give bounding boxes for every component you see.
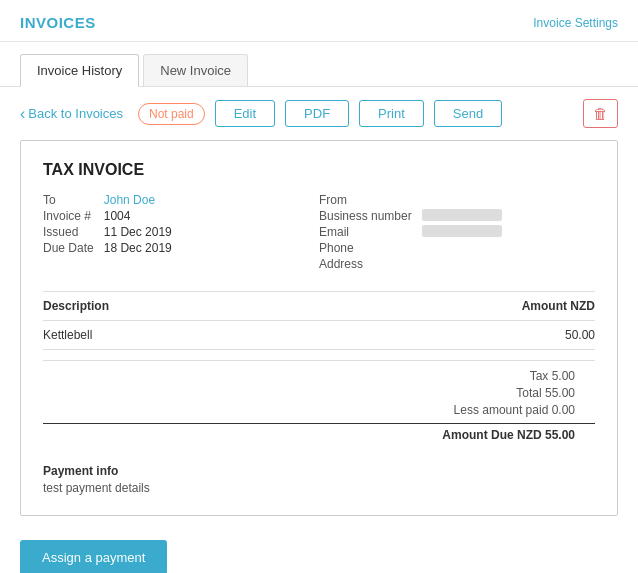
email-label: Email	[319, 225, 412, 239]
invoice-items-table: Description Amount NZD Kettlebell 50.00	[43, 291, 595, 350]
invoice-title: TAX INVOICE	[43, 161, 595, 179]
tax-row: Tax 5.00	[43, 369, 595, 383]
app-header: INVOICES Invoice Settings	[0, 0, 638, 42]
amount-due-row: Amount Due NZD 55.00	[43, 423, 595, 442]
invoice-meta-left: To John Doe Invoice # 1004 Issued 11 Dec…	[43, 193, 319, 271]
issued-value: 11 Dec 2019	[104, 225, 319, 239]
tab-new-invoice[interactable]: New Invoice	[143, 54, 248, 86]
send-button[interactable]: Send	[434, 100, 502, 127]
payment-info-title: Payment info	[43, 464, 595, 478]
address-label: Address	[319, 257, 412, 271]
invoice-container: TAX INVOICE To John Doe Invoice # 1004 I…	[20, 140, 618, 516]
invoice-num-label: Invoice #	[43, 209, 94, 223]
amount-header: Amount NZD	[522, 299, 595, 313]
pdf-button[interactable]: PDF	[285, 100, 349, 127]
less-label: Less amount paid 0.00	[454, 403, 575, 417]
invoice-meta-right: From Business number Email Phone Address	[319, 193, 595, 271]
due-value: 18 Dec 2019	[104, 241, 319, 255]
totals-section: Tax 5.00 Total 55.00 Less amount paid 0.…	[43, 360, 595, 450]
payment-info-section: Payment info test payment details	[43, 464, 595, 495]
payment-info-text: test payment details	[43, 481, 595, 495]
total-label: Total 55.00	[516, 386, 575, 400]
item-description: Kettlebell	[43, 328, 92, 342]
business-label: Business number	[319, 209, 412, 223]
total-row: Total 55.00	[43, 386, 595, 400]
delete-button[interactable]: 🗑	[583, 99, 618, 128]
print-button[interactable]: Print	[359, 100, 424, 127]
desc-header: Description	[43, 299, 109, 313]
assign-payment-button[interactable]: Assign a payment	[20, 540, 167, 573]
invoice-num-value: 1004	[104, 209, 319, 223]
to-value: John Doe	[104, 193, 319, 207]
invoice-settings-link[interactable]: Invoice Settings	[533, 16, 618, 30]
email-value-redacted	[422, 225, 502, 237]
tax-label: Tax 5.00	[530, 369, 575, 383]
to-label: To	[43, 193, 94, 207]
phone-label: Phone	[319, 241, 412, 255]
item-amount: 50.00	[565, 328, 595, 342]
invoice-meta: To John Doe Invoice # 1004 Issued 11 Dec…	[43, 193, 595, 271]
tab-invoice-history[interactable]: Invoice History	[20, 54, 139, 87]
due-label: Due Date	[43, 241, 94, 255]
app-title: INVOICES	[20, 14, 96, 31]
back-to-invoices-link[interactable]: Back to Invoices	[20, 106, 123, 122]
tabs-row: Invoice History New Invoice	[0, 42, 638, 87]
status-badge: Not paid	[138, 103, 205, 125]
issued-label: Issued	[43, 225, 94, 239]
table-row: Kettlebell 50.00	[43, 321, 595, 349]
business-value-redacted	[422, 209, 502, 221]
invoice-toolbar: Back to Invoices Not paid Edit PDF Print…	[0, 87, 638, 140]
less-row: Less amount paid 0.00	[43, 403, 595, 417]
amount-due-label: Amount Due NZD 55.00	[442, 428, 575, 442]
from-label: From	[319, 193, 412, 207]
trash-icon: 🗑	[593, 105, 608, 122]
edit-button[interactable]: Edit	[215, 100, 275, 127]
items-table-header: Description Amount NZD	[43, 292, 595, 321]
